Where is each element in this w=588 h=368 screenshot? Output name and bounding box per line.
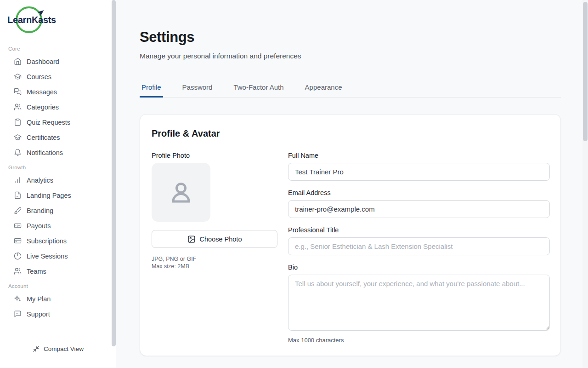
compact-view-label: Compact View bbox=[44, 345, 84, 352]
tab-password[interactable]: Password bbox=[181, 83, 215, 98]
form-column: Full Name Email Address Professional Tit… bbox=[288, 152, 550, 344]
file-icon bbox=[14, 191, 22, 199]
sidebar-item-label: Payouts bbox=[27, 222, 51, 230]
profile-avatar-card: Profile & Avatar Profile Photo bbox=[140, 114, 561, 356]
full-name-input[interactable] bbox=[288, 163, 550, 181]
bio-textarea[interactable] bbox=[288, 275, 550, 331]
sidebar-item-label: Categories bbox=[27, 104, 59, 111]
sidebar-item-analytics[interactable]: Analytics bbox=[0, 172, 116, 188]
email-input[interactable] bbox=[288, 200, 550, 218]
full-name-label: Full Name bbox=[288, 152, 550, 159]
page-title: Settings bbox=[140, 29, 561, 46]
sidebar-item-notifications[interactable]: Notifications bbox=[0, 145, 116, 160]
sidebar-item-dashboard[interactable]: Dashboard bbox=[0, 54, 116, 69]
image-icon bbox=[187, 235, 196, 243]
sidebar-nav: Core Dashboard Courses Messages Categori… bbox=[0, 41, 116, 322]
sidebar-item-label: Landing Pages bbox=[27, 192, 71, 199]
home-icon bbox=[14, 58, 22, 65]
brand-name: LearnKasts bbox=[7, 15, 56, 25]
sidebar-item-label: Courses bbox=[27, 73, 51, 80]
sidebar-item-courses[interactable]: Courses bbox=[0, 69, 116, 84]
sidebar-item-teams[interactable]: Teams bbox=[0, 264, 116, 279]
photo-size-hint: Max size: 2MB bbox=[152, 263, 277, 270]
sidebar-item-label: Teams bbox=[27, 268, 46, 275]
banknote-icon bbox=[14, 222, 22, 230]
tab-appearance[interactable]: Appearance bbox=[303, 83, 344, 98]
users-icon bbox=[14, 103, 22, 111]
sidebar-item-support[interactable]: Support bbox=[0, 306, 116, 322]
sidebar-item-categories[interactable]: Categories bbox=[0, 99, 116, 115]
email-label: Email Address bbox=[288, 189, 550, 196]
sidebar-item-label: Subscriptions bbox=[27, 237, 67, 245]
sidebar-item-my-plan[interactable]: My Plan bbox=[0, 291, 116, 306]
graduation-cap-icon bbox=[14, 133, 22, 141]
sidebar-item-live-sessions[interactable]: Live Sessions bbox=[0, 248, 116, 264]
sidebar-item-messages[interactable]: Messages bbox=[0, 84, 116, 99]
sidebar-item-label: Certificates bbox=[27, 134, 60, 141]
choose-photo-button[interactable]: Choose Photo bbox=[152, 230, 277, 248]
sidebar-item-label: Notifications bbox=[27, 149, 63, 156]
bio-label: Bio bbox=[288, 264, 550, 271]
sidebar-item-certificates[interactable]: Certificates bbox=[0, 130, 116, 145]
sidebar-item-label: Branding bbox=[27, 207, 53, 214]
sidebar-item-label: Quiz Requests bbox=[27, 119, 70, 126]
main-content: Settings Manage your personal informatio… bbox=[116, 0, 588, 356]
professional-title-label: Professional Title bbox=[288, 226, 550, 234]
person-icon bbox=[166, 178, 196, 207]
window-scrollbar-thumb[interactable] bbox=[583, 2, 588, 141]
tab-two-factor-auth[interactable]: Two-Factor Auth bbox=[232, 83, 285, 98]
sidebar-item-label: Live Sessions bbox=[27, 253, 68, 260]
brand-logo[interactable]: LearnKasts bbox=[0, 0, 116, 41]
sparkles-icon bbox=[14, 295, 22, 303]
sidebar-item-label: Analytics bbox=[27, 177, 53, 184]
graduation-cap-icon bbox=[14, 73, 22, 80]
sidebar-item-subscriptions[interactable]: Subscriptions bbox=[0, 233, 116, 248]
avatar-placeholder bbox=[152, 163, 210, 222]
photo-formats-hint: JPG, PNG or GIF bbox=[152, 255, 277, 263]
messages-icon bbox=[14, 88, 22, 96]
sidebar-item-label: Messages bbox=[27, 88, 57, 96]
sidebar-item-label: My Plan bbox=[27, 295, 51, 303]
section-label-account: Account bbox=[0, 279, 116, 291]
photo-column: Profile Photo Choose Photo JPG, PN bbox=[152, 152, 277, 344]
compact-view-toggle[interactable]: Compact View bbox=[0, 345, 116, 352]
sidebar-item-label: Dashboard bbox=[27, 58, 59, 65]
sidebar-item-landing-pages[interactable]: Landing Pages bbox=[0, 188, 116, 203]
credit-card-icon bbox=[14, 237, 22, 245]
settings-tabs: Profile Password Two-Factor Auth Appeara… bbox=[140, 83, 561, 98]
cursor-icon bbox=[35, 8, 45, 18]
users-icon bbox=[14, 267, 22, 275]
sidebar: LearnKasts Core Dashboard Courses Messag… bbox=[0, 0, 116, 368]
sidebar-scrollbar-thumb[interactable] bbox=[112, 0, 116, 346]
sidebar-item-label: Support bbox=[27, 310, 50, 318]
pie-chart-icon bbox=[14, 252, 22, 260]
section-label-growth: Growth bbox=[0, 160, 116, 172]
profile-photo-label: Profile Photo bbox=[152, 152, 277, 159]
sidebar-item-branding[interactable]: Branding bbox=[0, 203, 116, 218]
clipboard-icon bbox=[14, 118, 22, 126]
bell-icon bbox=[14, 149, 22, 156]
professional-title-input[interactable] bbox=[288, 237, 550, 255]
sidebar-item-quiz-requests[interactable]: Quiz Requests bbox=[0, 115, 116, 130]
section-label-core: Core bbox=[0, 41, 116, 54]
minimize-icon bbox=[33, 345, 40, 352]
choose-photo-label: Choose Photo bbox=[200, 236, 242, 243]
card-title: Profile & Avatar bbox=[152, 128, 549, 139]
sidebar-item-payouts[interactable]: Payouts bbox=[0, 218, 116, 233]
bar-chart-icon bbox=[14, 176, 22, 184]
message-dots-icon bbox=[14, 310, 22, 318]
bio-max-chars-hint: Max 1000 characters bbox=[288, 337, 550, 344]
page-subtitle: Manage your personal information and pre… bbox=[140, 52, 561, 60]
tab-profile[interactable]: Profile bbox=[140, 83, 163, 98]
brush-icon bbox=[14, 207, 22, 214]
